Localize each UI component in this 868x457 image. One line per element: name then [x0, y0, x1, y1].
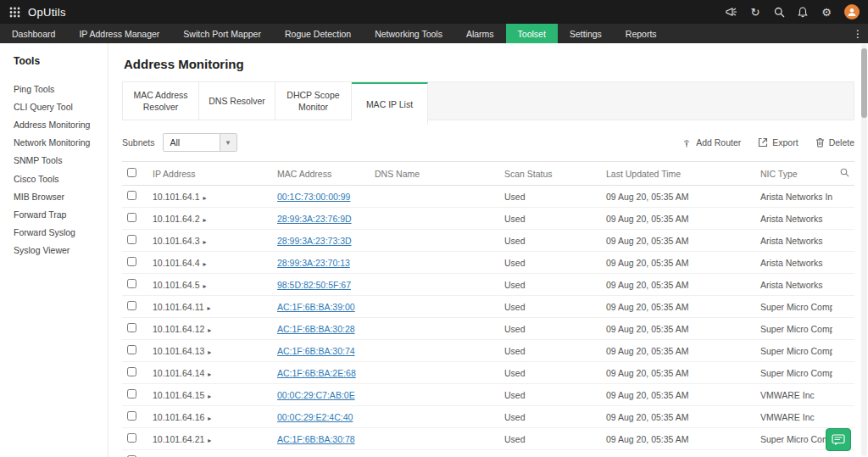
mac-address-link[interactable]: 00:1C:73:00:00:99: [277, 192, 350, 202]
tab-mac-ip-list[interactable]: MAC IP List: [352, 82, 428, 125]
scrollbar-thumb[interactable]: [861, 48, 867, 118]
table-row[interactable]: 10.101.64.2▸ 28:99:3A:23:76:9D Used 09 A…: [122, 208, 854, 230]
tab-mac-address-resolver[interactable]: MAC Address Resolver: [123, 82, 199, 120]
tab-dhcp-scope-monitor[interactable]: DHCP Scope Monitor: [275, 82, 352, 120]
sidebar-item[interactable]: Forward Trap: [14, 205, 108, 223]
row-checkbox[interactable]: [127, 257, 136, 266]
row-checkbox[interactable]: [127, 235, 136, 244]
add-router-button[interactable]: Add Router: [682, 137, 741, 148]
col-header-status[interactable]: Scan Status: [499, 162, 601, 186]
col-header-mac[interactable]: MAC Address: [272, 162, 370, 186]
sidebar-item-label: MIB Browser: [14, 192, 64, 202]
col-header-updated[interactable]: Last Updated Time: [601, 162, 755, 186]
col-header-ip[interactable]: IP Address: [147, 162, 272, 186]
mac-address-link[interactable]: AC:1F:6B:BA:2E:68: [277, 368, 356, 378]
dns-name: [370, 362, 499, 384]
mac-address-link[interactable]: 28:99:3A:23:76:9D: [277, 214, 352, 224]
sidebar-item[interactable]: CLI Query Tool: [14, 98, 108, 115]
announcement-icon[interactable]: [726, 6, 737, 18]
expand-arrow-icon[interactable]: ▸: [203, 238, 206, 246]
table-row[interactable]: 10.101.64.14▸ AC:1F:6B:BA:2E:68 Used 09 …: [122, 362, 854, 384]
delete-button[interactable]: Delete: [815, 137, 854, 148]
table-row[interactable]: 10.101.64.15▸ 00:0C:29:C7:AB:0E Used 09 …: [122, 384, 854, 406]
table-row[interactable]: 10.101.64.4▸ 28:99:3A:23:70:13 Used 09 A…: [122, 252, 854, 274]
search-icon[interactable]: [773, 6, 785, 18]
table-row[interactable]: 10.101.64.3▸ 28:99:3A:23:73:3D Used 09 A…: [122, 230, 854, 252]
nic-type: VMWARE Inc: [755, 450, 832, 457]
sidebar-item[interactable]: MIB Browser: [14, 187, 108, 205]
vertical-scrollbar[interactable]: [861, 44, 867, 456]
row-checkbox[interactable]: [127, 433, 136, 443]
nav-tab-switch-port-mapper[interactable]: Switch Port Mapper: [171, 24, 273, 43]
apps-grid-icon[interactable]: [8, 6, 20, 18]
table-row[interactable]: 10.101.64.22▸ 00:0C:29:8D:61:54 Used 09 …: [122, 450, 854, 457]
nav-tab-rogue-detection[interactable]: Rogue Detection: [273, 24, 363, 43]
mac-address-link[interactable]: 28:99:3A:23:73:3D: [277, 236, 352, 246]
select-all-checkbox[interactable]: [127, 168, 136, 177]
mac-address-link[interactable]: AC:1F:6B:BA:39:00: [277, 302, 355, 312]
sidebar-item[interactable]: Network Monitoring: [14, 134, 108, 152]
expand-arrow-icon[interactable]: ▸: [208, 371, 211, 378]
row-checkbox[interactable]: [127, 411, 136, 421]
row-checkbox[interactable]: [127, 389, 136, 398]
mac-address-link[interactable]: 98:5D:82:50:5F:67: [277, 280, 351, 290]
expand-arrow-icon[interactable]: ▸: [208, 415, 211, 422]
expand-arrow-icon[interactable]: ▸: [203, 194, 206, 202]
mac-address-link[interactable]: 00:0C:29:E2:4C:40: [277, 412, 353, 422]
subnets-select[interactable]: All ▾: [163, 133, 237, 152]
chat-widget-button[interactable]: [826, 428, 851, 451]
row-checkbox[interactable]: [127, 323, 136, 332]
tab-dns-resolver[interactable]: DNS Resolver: [199, 82, 275, 120]
mac-address-link[interactable]: 00:0C:29:C7:AB:0E: [277, 390, 355, 400]
refresh-icon[interactable]: ↻: [749, 6, 761, 18]
table-row[interactable]: 10.101.64.21▸ AC:1F:6B:BA:30:78 Used 09 …: [122, 428, 854, 450]
table-row[interactable]: 10.101.64.1▸ 00:1C:73:00:00:99 Used 09 A…: [122, 186, 854, 208]
col-header-nic[interactable]: NIC Type: [755, 162, 832, 186]
mac-address-link[interactable]: AC:1F:6B:BA:30:78: [277, 434, 355, 444]
gear-icon[interactable]: ⚙: [821, 6, 832, 18]
row-checkbox[interactable]: [127, 213, 136, 222]
sidebar-item[interactable]: Address Monitoring: [14, 115, 108, 133]
export-button[interactable]: Export: [758, 137, 798, 148]
table-row[interactable]: 10.101.64.13▸ AC:1F:6B:BA:30:74 Used 09 …: [122, 340, 854, 362]
expand-arrow-icon[interactable]: ▸: [208, 304, 211, 312]
table-row[interactable]: 10.101.64.16▸ 00:0C:29:E2:4C:40 Used 09 …: [122, 406, 854, 428]
row-checkbox[interactable]: [127, 301, 136, 310]
expand-arrow-icon[interactable]: ▸: [203, 282, 206, 290]
dns-name: [370, 384, 499, 406]
expand-arrow-icon[interactable]: ▸: [208, 348, 211, 356]
nav-overflow-icon[interactable]: ⋮: [853, 24, 863, 43]
sidebar-item[interactable]: Forward Syslog: [14, 224, 108, 242]
sidebar-item[interactable]: Cisco Tools: [14, 170, 108, 187]
nav-tab-dashboard[interactable]: Dashboard: [0, 24, 67, 43]
col-header-dns[interactable]: DNS Name: [370, 162, 499, 186]
nav-tab-reports[interactable]: Reports: [614, 24, 669, 43]
expand-arrow-icon[interactable]: ▸: [203, 260, 206, 268]
user-avatar[interactable]: [844, 4, 860, 20]
expand-arrow-icon[interactable]: ▸: [208, 393, 211, 400]
row-checkbox[interactable]: [127, 279, 136, 288]
sidebar-item[interactable]: Ping Tools: [14, 80, 108, 98]
sidebar-item[interactable]: Syslog Viewer: [14, 242, 108, 259]
sidebar-item[interactable]: SNMP Tools: [14, 152, 108, 170]
table-row[interactable]: 10.101.64.12▸ AC:1F:6B:BA:30:28 Used 09 …: [122, 318, 854, 340]
mac-address-link[interactable]: AC:1F:6B:BA:30:28: [277, 324, 355, 334]
expand-arrow-icon[interactable]: ▸: [208, 326, 211, 334]
row-checkbox[interactable]: [127, 191, 136, 200]
row-checkbox[interactable]: [127, 345, 136, 354]
table-search-icon[interactable]: [840, 169, 849, 179]
expand-arrow-icon[interactable]: ▸: [203, 216, 206, 224]
nav-tab-alarms[interactable]: Alarms: [454, 24, 506, 43]
bell-icon[interactable]: [797, 6, 809, 18]
mac-address-link[interactable]: AC:1F:6B:BA:30:74: [277, 346, 355, 356]
nav-tab-ip-address-manager[interactable]: IP Address Manager: [67, 24, 171, 43]
nav-tab-toolset[interactable]: Toolset: [506, 24, 558, 43]
mac-address-link[interactable]: 28:99:3A:23:70:13: [277, 258, 350, 268]
sidebar-item-label: Syslog Viewer: [14, 245, 70, 255]
table-row[interactable]: 10.101.64.5▸ 98:5D:82:50:5F:67 Used 09 A…: [122, 274, 854, 296]
row-checkbox[interactable]: [127, 367, 136, 376]
nav-tab-settings[interactable]: Settings: [558, 24, 614, 43]
expand-arrow-icon[interactable]: ▸: [208, 437, 211, 444]
nav-tab-networking-tools[interactable]: Networking Tools: [363, 24, 454, 43]
table-row[interactable]: 10.101.64.11▸ AC:1F:6B:BA:39:00 Used 09 …: [122, 296, 854, 318]
